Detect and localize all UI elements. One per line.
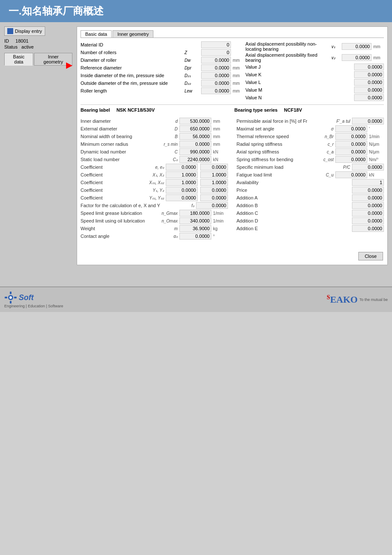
divider-1 (81, 104, 384, 105)
row-unit: N/μm (369, 150, 384, 154)
row-val: 0.0000 (352, 118, 384, 124)
row-label: Maximal set angle (236, 126, 308, 131)
row-label: Fatigue load limit (236, 172, 308, 177)
row-unit: ' (369, 127, 384, 131)
left-data-col: Inner diameterd530.0000mmExternal diamet… (81, 118, 228, 240)
row-unit: 1/min (213, 219, 228, 223)
display-entry-label: Display entry (15, 29, 42, 34)
inside-diam-row: Inside diameter of the rim, pressure sid… (81, 72, 241, 79)
bearing-label-key: Bearing label (81, 107, 110, 113)
close-button[interactable]: Close (358, 252, 383, 260)
row-label: Axial spring stiffness (236, 149, 308, 154)
left-data-row: CoefficientX₁, X₂1.00001.0000 (81, 171, 228, 178)
gear-icon (4, 291, 17, 304)
row-sym: e, e₀ (141, 165, 164, 170)
row-val2: 0.0000 (200, 194, 228, 201)
row-val2: 1.0000 (200, 179, 228, 186)
status-value: active (21, 44, 34, 49)
roller-length-row: Roller length Lew 0.0000 mm (81, 87, 241, 94)
row-val: 0.0000 (352, 225, 384, 232)
val-l-val: 0.0000 (354, 79, 384, 86)
axial-fixed-label: Axial displacement possibility fixed bea… (245, 52, 330, 63)
row-label: Minimum corner radius (81, 142, 153, 147)
seako-subtitle: To the mutual be (359, 298, 388, 302)
roller-length-sym: Lew (184, 89, 199, 93)
row-label: Speed limit grease lubrication (81, 211, 153, 216)
bearing-type-key: Bearing type series (234, 107, 278, 113)
left-tab-basic[interactable]: Basic data (4, 53, 33, 66)
row-unit: ° (213, 234, 228, 239)
row-val: 0.0000 (179, 141, 211, 147)
val-j-row: Value J 0.0000 (245, 64, 384, 70)
axial-fixed-unit: mm (373, 55, 384, 60)
left-data-row: External diameterD650.0000mm (81, 125, 228, 132)
axial-nonloc-val: 0.0000 (342, 43, 372, 50)
left-data-row: Coefficiente, e₀0.00000.0000 (81, 164, 228, 171)
val-k-row: Value K 0.0000 (245, 71, 384, 78)
row-unit: mm (213, 134, 228, 139)
row-sym: X₀₁, X₀₂ (141, 180, 164, 185)
inside-diam-sym: D₂₁ (184, 73, 199, 78)
row-val: 0.0000 (166, 164, 198, 171)
footer: Soft Engineering | Education | Software … (0, 286, 392, 312)
row-sym: P/C (327, 165, 350, 170)
row-sym: C₀ (154, 157, 178, 162)
row-val: 0.0000 (335, 171, 367, 178)
row-val: 0.0000 (335, 125, 367, 132)
row-label: Thermal reference speed (236, 134, 308, 139)
ref-diam-unit: mm (233, 66, 241, 70)
roller-length-val: 0.0000 (201, 87, 231, 94)
row-unit: kN (369, 173, 384, 177)
seako-logo: SEAKО (327, 294, 358, 305)
row-label: Addition C (236, 211, 350, 216)
ref-diam-row: Reference diameter Dpr 0.0000 mm (81, 64, 241, 71)
roller-length-unit: mm (233, 89, 241, 93)
row-sym: C (154, 150, 178, 154)
row-val: 0.0000 (335, 141, 367, 147)
top-tab-row: Basic data Inner geometry (81, 30, 384, 38)
axial-nonloc-label: Axial displacement possibility non-locat… (245, 41, 330, 52)
tab-inner-geometry[interactable]: Inner geometry (112, 30, 153, 38)
val-j-label: Value J (245, 64, 342, 69)
id-key: ID (4, 38, 9, 43)
footer-right: SEAKО To the mutual be (327, 294, 388, 305)
left-data-row: Nominal width of bearingB56.0000mm (81, 133, 228, 140)
diam-roller-row: Diameter of roller Dw 0.0000 mm (81, 57, 241, 64)
right-data-row: Availability1 (236, 179, 384, 186)
row-val: 0.0000 (166, 187, 198, 194)
inside-diam-label: Inside diameter of the rim, pressure sid… (81, 73, 183, 78)
page-header: 一.知名轴承厂商概述 (0, 0, 392, 22)
row-label: Addition A (236, 195, 350, 200)
row-val: 1 (352, 179, 384, 186)
left-data-row: Speed limit grease lubricationn_Gmax180.… (81, 210, 228, 217)
left-data-row: Factor for the calculation of e, X and Y… (81, 202, 228, 209)
tab-basic-data[interactable]: Basic data (81, 30, 112, 38)
outside-diam-label: Outside diameter of the rim, pressure si… (81, 81, 183, 86)
row-val2: 1.0000 (200, 171, 228, 178)
diam-roller-label: Diameter of roller (81, 58, 183, 63)
row-sym: c_r (310, 142, 334, 147)
val-k-val: 0.0000 (354, 71, 384, 78)
row-sym: σ (310, 127, 334, 131)
row-val: 340.0000 (179, 217, 211, 224)
row-label: Coefficient (81, 172, 139, 177)
svg-rect-3 (10, 301, 12, 304)
num-rollers-row: Number of rollers Z 0 (81, 49, 241, 56)
bearing-type-value: NCF18V (284, 107, 302, 113)
row-label: Availability (236, 180, 350, 185)
left-data-row: CoefficientY₁, Y₂0.00000.0000 (81, 187, 228, 194)
right-data-row: Fatigue load limitC_u0.0000kN (236, 171, 384, 178)
val-m-label: Value M (245, 87, 342, 92)
row-sym: c_ost (310, 157, 334, 162)
diam-roller-sym: Dw (184, 58, 199, 63)
right-data-row: Specific minimum loadP/C0.0000 (236, 164, 384, 171)
row-val: 0.0000 (335, 133, 367, 140)
val-l-label: Value L (245, 80, 342, 85)
right-data-row: Maximal set angleσ0.0000' (236, 125, 384, 132)
row-label: Nominal width of bearing (81, 134, 153, 139)
right-data-row: Addition E0.0000 (236, 225, 384, 232)
right-data-col: Permissible axial force in [%] of FrF'_a… (236, 118, 384, 240)
display-entry-button[interactable]: Display entry (4, 26, 45, 36)
row-val: 0.0000 (166, 194, 198, 201)
row-label: Price (236, 188, 350, 193)
